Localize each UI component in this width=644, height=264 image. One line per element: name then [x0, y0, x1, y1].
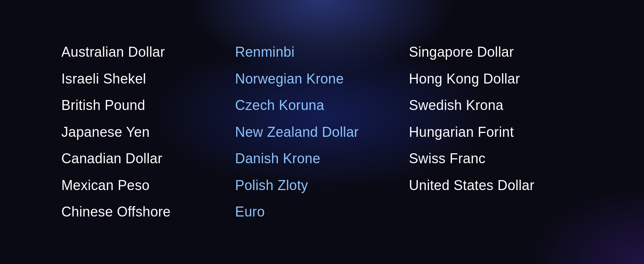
currency-item: Singapore Dollar [409, 41, 583, 63]
currency-item: Israeli Shekel [61, 68, 235, 90]
currency-item: Norwegian Krone [235, 68, 409, 90]
currency-item: Australian Dollar [61, 41, 235, 63]
currency-item: Hungarian Forint [409, 121, 583, 143]
currency-item: Czech Koruna [235, 94, 409, 116]
columns-wrapper: Australian DollarIsraeli ShekelBritish P… [61, 41, 583, 223]
currency-item: New Zealand Dollar [235, 121, 409, 143]
currency-item: Renminbi [235, 41, 409, 63]
currency-column-center: RenminbiNorwegian KroneCzech KorunaNew Z… [235, 41, 409, 223]
currency-item: Swiss Franc [409, 148, 583, 170]
currency-item: Canadian Dollar [61, 148, 235, 170]
currency-column-right: Singapore DollarHong Kong DollarSwedish … [409, 41, 583, 223]
currency-item: Polish Zloty [235, 174, 409, 197]
currency-item: British Pound [61, 94, 235, 116]
currency-item: Danish Krone [235, 148, 409, 170]
currency-item: Euro [235, 201, 409, 223]
currency-item: Mexican Peso [61, 174, 235, 197]
currency-item: Japanese Yen [61, 121, 235, 143]
currency-item: Swedish Krona [409, 94, 583, 116]
currency-item: United States Dollar [409, 174, 583, 197]
currency-column-left: Australian DollarIsraeli ShekelBritish P… [61, 41, 235, 223]
currency-grid: Australian DollarIsraeli ShekelBritish P… [0, 0, 644, 264]
currency-item: Hong Kong Dollar [409, 68, 583, 90]
currency-item: Chinese Offshore [61, 201, 235, 223]
